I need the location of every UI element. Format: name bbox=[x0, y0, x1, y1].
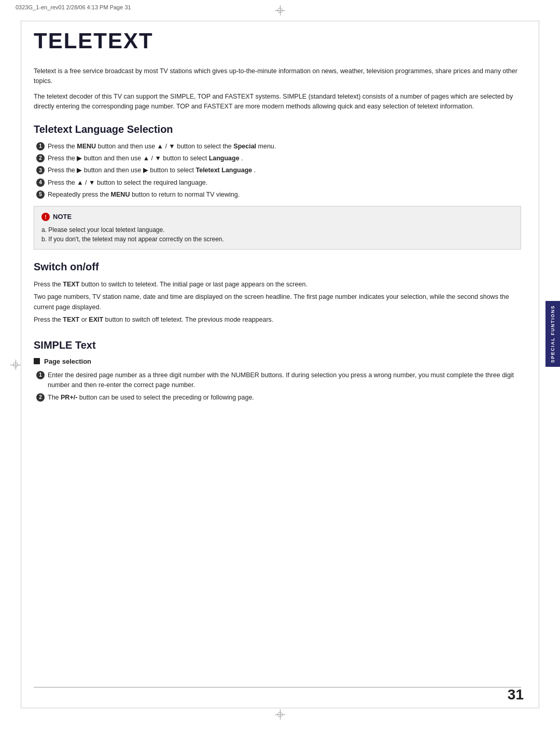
note-icon: ! bbox=[41, 213, 50, 221]
switch-para-1: Press the TEXT button to switch to telet… bbox=[34, 279, 521, 290]
list-item: 5 Repeatedly press the MENU button to re… bbox=[36, 190, 521, 200]
main-title: TELETEXT bbox=[34, 29, 521, 53]
crosshair-top bbox=[275, 5, 285, 16]
language-steps-list: 1 Press the MENU button and then use ▲ /… bbox=[36, 142, 521, 200]
step-text: Enter the desired page number as a three… bbox=[48, 370, 521, 391]
section-heading-simple: SIMPLE Text bbox=[34, 339, 521, 351]
section-heading-language: Teletext Language Selection bbox=[34, 123, 521, 135]
step-number: 2 bbox=[36, 154, 45, 162]
step-text: The PR+/- button can be used to select t… bbox=[48, 393, 254, 403]
step-text: Press the MENU button and then use ▲ / ▼… bbox=[48, 142, 276, 152]
step-number: 1 bbox=[36, 142, 45, 150]
note-box: ! NOTE a. Please select your local telet… bbox=[34, 206, 521, 250]
file-info: 0323G_1-en_rev01 2/28/06 4:13 PM Page 31 bbox=[16, 4, 131, 10]
step-text: Press the ▲ / ▼ button to select the req… bbox=[48, 178, 207, 188]
note-item-a: a. Please select your local teletext lan… bbox=[41, 225, 513, 235]
section-heading-switch: Switch on/off bbox=[34, 261, 521, 273]
note-label: NOTE bbox=[53, 212, 72, 222]
step-text: Press the ▶ button and then use ▶ button… bbox=[48, 166, 256, 175]
list-item: 1 Press the MENU button and then use ▲ /… bbox=[36, 142, 521, 152]
step-number: 1 bbox=[36, 371, 45, 379]
step-text: Press the ▶ button and then use ▲ / ▼ bu… bbox=[48, 154, 243, 163]
main-content: TELETEXT Teletext is a free service broa… bbox=[34, 29, 521, 700]
list-item: 2 Press the ▶ button and then use ▲ / ▼ … bbox=[36, 154, 521, 163]
switch-para-2: Two page numbers, TV station name, date … bbox=[34, 292, 521, 312]
intro-para-1: Teletext is a free service broadcast by … bbox=[34, 66, 521, 87]
crosshair-left bbox=[10, 360, 21, 370]
step-number: 2 bbox=[36, 393, 45, 402]
black-square-icon bbox=[34, 358, 40, 364]
side-tab: SPECIAL FUNTIONS bbox=[545, 301, 560, 367]
list-item: 2 The PR+/- button can be used to select… bbox=[36, 393, 521, 403]
side-tab-text: SPECIAL FUNTIONS bbox=[550, 305, 555, 363]
note-header: ! NOTE bbox=[41, 212, 513, 222]
step-text: Repeatedly press the MENU button to retu… bbox=[48, 190, 240, 200]
note-item-b: b. If you don't, the teletext may not ap… bbox=[41, 235, 513, 244]
list-item: 4 Press the ▲ / ▼ button to select the r… bbox=[36, 178, 521, 188]
list-item: 1 Enter the desired page number as a thr… bbox=[36, 370, 521, 391]
switch-para-3: Press the TEXT or EXIT button to switch … bbox=[34, 314, 521, 325]
page-selection-heading: Page selection bbox=[34, 357, 521, 365]
step-number: 5 bbox=[36, 190, 45, 199]
crosshair-bottom bbox=[275, 709, 285, 720]
page: 0323G_1-en_rev01 2/28/06 4:13 PM Page 31… bbox=[0, 0, 560, 729]
step-number: 3 bbox=[36, 166, 45, 174]
intro-para-2: The teletext decoder of this TV can supp… bbox=[34, 92, 521, 112]
step-number: 4 bbox=[36, 178, 45, 187]
simple-steps-list: 1 Enter the desired page number as a thr… bbox=[36, 370, 521, 403]
page-selection-label: Page selection bbox=[44, 357, 91, 365]
list-item: 3 Press the ▶ button and then use ▶ butt… bbox=[36, 166, 521, 175]
